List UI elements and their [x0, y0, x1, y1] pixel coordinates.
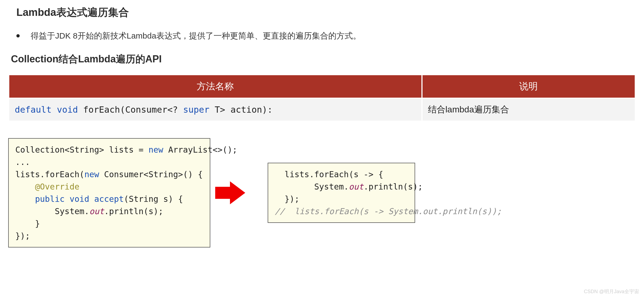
- code-line: .println(s);: [104, 206, 163, 216]
- code-line: Consumer<String>() {: [99, 170, 203, 179]
- code-line: System.: [15, 206, 89, 216]
- bullet-dot-icon: [16, 34, 20, 37]
- code-line: }: [15, 219, 40, 228]
- code-comment: // lists.forEach(s -> System.out.println…: [275, 206, 502, 216]
- kw-public-void: public void: [15, 194, 94, 204]
- annotation-override: @Override: [15, 182, 79, 191]
- code-line: (String s) {: [124, 194, 183, 204]
- table-header-row: 方法名称 说明: [9, 75, 635, 98]
- code-line: });: [275, 194, 299, 204]
- sig-part-4: T> action):: [209, 104, 273, 115]
- code-line: System.: [275, 182, 349, 191]
- method-accept: accept: [94, 194, 124, 204]
- method-desc-cell: 结合lambda遍历集合: [423, 99, 635, 121]
- code-line: lists.forEach(s -> {: [275, 170, 383, 179]
- watermark-text: CSDN @明月Java全宇宙: [584, 288, 639, 295]
- code-line: .println(s);: [364, 182, 423, 191]
- code-box-before: Collection<String> lists = new ArrayList…: [8, 138, 210, 248]
- arrow-wrap: [221, 181, 254, 204]
- field-out: out: [89, 206, 104, 216]
- page-title: Lambda表达式遍历集合: [16, 5, 636, 19]
- th-method: 方法名称: [9, 75, 421, 98]
- code-line: lists.forEach(: [15, 170, 84, 179]
- sig-part-2: forEach(Consumer<?: [78, 104, 183, 115]
- kw-default-void: default void: [15, 104, 78, 115]
- kw-super: super: [183, 104, 209, 115]
- code-line: ArrayList<>();: [163, 145, 237, 155]
- bullet-text: 得益于JDK 8开始的新技术Lambda表达式，提供了一种更简单、更直接的遍历集…: [31, 30, 361, 42]
- method-signature-cell: default void forEach(Consumer<? super T>…: [9, 99, 421, 121]
- kw-new: new: [84, 170, 99, 179]
- code-comparison-row: Collection<String> lists = new ArrayList…: [8, 138, 636, 248]
- table-row: default void forEach(Consumer<? super T>…: [9, 99, 635, 121]
- code-box-after: lists.forEach(s -> { System.out.println(…: [268, 163, 415, 223]
- bullet-item: 得益于JDK 8开始的新技术Lambda表达式，提供了一种更简单、更直接的遍历集…: [16, 30, 636, 42]
- code-line: ...: [15, 157, 30, 167]
- code-line: });: [15, 231, 30, 241]
- kw-new: new: [149, 145, 163, 155]
- th-desc: 说明: [423, 75, 635, 98]
- right-arrow-icon: [230, 181, 245, 204]
- sub-heading: Collection结合Lambda遍历的API: [11, 53, 636, 66]
- api-table: 方法名称 说明 default void forEach(Consumer<? …: [8, 74, 636, 122]
- field-out: out: [349, 182, 364, 191]
- code-line: Collection<String> lists =: [15, 145, 149, 155]
